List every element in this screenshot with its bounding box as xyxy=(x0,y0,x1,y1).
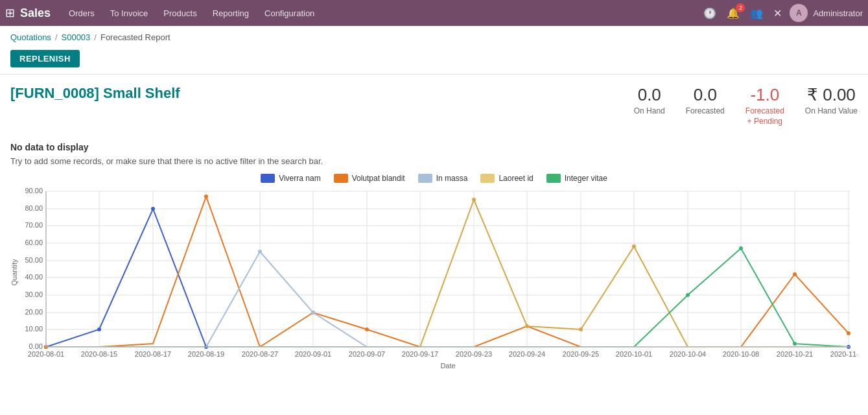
svg-text:2020-09-17: 2020-09-17 xyxy=(402,350,438,358)
on-hand-value-label: On Hand Value xyxy=(805,106,858,115)
top-navigation: ⊞ Sales Orders To Invoice Products Repor… xyxy=(0,0,868,26)
users-icon[interactable]: 👥 xyxy=(747,7,766,19)
nav-to-invoice[interactable]: To Invoice xyxy=(102,0,156,26)
apps-grid-icon[interactable]: ⊞ xyxy=(5,6,15,20)
breadcrumb-s00003[interactable]: S00003 xyxy=(62,32,91,42)
svg-text:2020-08-19: 2020-08-19 xyxy=(188,350,224,358)
line-integer xyxy=(46,248,849,347)
nav-reporting[interactable]: Reporting xyxy=(205,0,257,26)
on-hand-money-value: ₹ 0.00 xyxy=(807,85,856,105)
product-header: [FURN_0008] Small Shelf 0.0 On Hand 0.0 … xyxy=(0,75,868,132)
svg-text:Quantity: Quantity xyxy=(10,259,18,285)
nav-products[interactable]: Products xyxy=(156,0,204,26)
main-menu: Orders To Invoice Products Reporting Con… xyxy=(61,0,322,26)
product-title: [FURN_0008] Small Shelf xyxy=(10,85,634,102)
avatar[interactable]: A xyxy=(790,4,808,22)
forecasted-stat: 0.0 Forecasted xyxy=(686,85,725,115)
svg-text:2020-10-04: 2020-10-04 xyxy=(670,350,706,358)
dot-laoreet-2 xyxy=(525,324,529,328)
svg-text:20.00: 20.00 xyxy=(25,308,43,316)
on-hand-label: On Hand xyxy=(634,106,665,115)
stats-area: 0.0 On Hand 0.0 Forecasted -1.0 Forecast… xyxy=(634,85,858,126)
svg-text:2020-10-21: 2020-10-21 xyxy=(777,350,813,358)
legend-viverra: Viverra nam xyxy=(261,174,320,183)
dot-in-massa-2 xyxy=(311,311,315,314)
svg-text:2020-09-07: 2020-09-07 xyxy=(349,350,385,358)
legend-integer-color xyxy=(546,174,561,183)
admin-label: Administrator xyxy=(813,8,863,18)
dot-laoreet-1 xyxy=(472,198,476,202)
svg-text:2020-08-01: 2020-08-01 xyxy=(28,350,64,358)
notifications-icon[interactable]: 🔔 2 xyxy=(724,7,742,19)
forecasted-label: Forecasted xyxy=(686,106,725,115)
svg-text:2020-08-27: 2020-08-27 xyxy=(242,350,278,358)
breadcrumb-sep-2: / xyxy=(94,32,97,42)
svg-text:2020-09-01: 2020-09-01 xyxy=(295,350,331,358)
dot-volutpat-6 xyxy=(847,331,850,335)
forecasted-value: 0.0 xyxy=(694,85,717,105)
svg-text:2020-10-08: 2020-10-08 xyxy=(723,350,759,358)
svg-text:2020-09-24: 2020-09-24 xyxy=(509,350,545,358)
svg-text:2020-08-17: 2020-08-17 xyxy=(135,350,171,358)
legend-laoreet: Laoreet id xyxy=(480,174,533,183)
forecasted-pending-value: -1.0 xyxy=(750,85,779,105)
legend-volutpat-label: Volutpat blandit xyxy=(352,174,405,183)
svg-text:60.00: 60.00 xyxy=(25,239,43,246)
breadcrumb-current: Forecasted Report xyxy=(100,32,170,42)
dot-in-massa-1 xyxy=(258,250,262,254)
breadcrumb-quotations[interactable]: Quotations xyxy=(10,32,51,42)
legend-laoreet-label: Laoreet id xyxy=(499,174,533,183)
svg-text:Date: Date xyxy=(440,362,455,370)
no-data-area: No data to display Try to add some recor… xyxy=(0,132,868,169)
line-laoreet xyxy=(46,200,849,347)
dot-integer-3 xyxy=(793,342,797,346)
dot-volutpat-2 xyxy=(204,195,208,198)
on-hand-value: 0.0 xyxy=(638,85,661,105)
svg-text:2020-08-15: 2020-08-15 xyxy=(81,350,117,358)
svg-text:10.00: 10.00 xyxy=(25,325,43,333)
nav-right-area: 🕐 🔔 2 👥 ✕ A Administrator xyxy=(701,4,863,22)
legend-volutpat: Volutpat blandit xyxy=(334,174,405,183)
chart-svg-container: 0.00 10.00 20.00 30.00 40.00 50.00 60.00… xyxy=(10,188,858,376)
svg-text:0.00: 0.00 xyxy=(29,342,43,350)
forecasted-pending-label: Forecasted+ Pending xyxy=(745,106,784,126)
on-hand-stat: 0.0 On Hand xyxy=(634,85,665,115)
clock-icon[interactable]: 🕐 xyxy=(701,7,719,19)
svg-text:40.00: 40.00 xyxy=(25,273,43,281)
chart-wrapper: Viverra nam Volutpat blandit In massa La… xyxy=(0,169,868,376)
svg-text:70.00: 70.00 xyxy=(25,221,43,229)
dot-integer-2 xyxy=(739,246,743,250)
replenish-button[interactable]: REPLENISH xyxy=(10,50,80,67)
nav-configuration[interactable]: Configuration xyxy=(257,0,322,26)
chart-legend: Viverra nam Volutpat blandit In massa La… xyxy=(10,174,858,183)
legend-integer-label: Integer vitae xyxy=(565,174,607,183)
legend-in-massa: In massa xyxy=(418,174,468,183)
dot-viverra-3 xyxy=(151,207,155,211)
no-data-title: No data to display xyxy=(10,142,858,152)
dot-integer-1 xyxy=(686,293,690,297)
nav-orders[interactable]: Orders xyxy=(61,0,102,26)
dot-laoreet-3 xyxy=(579,327,583,331)
svg-text:2020-11-10: 2020-11-10 xyxy=(830,350,858,358)
close-icon[interactable]: ✕ xyxy=(771,7,784,19)
action-bar: REPLENISH xyxy=(0,46,868,75)
legend-viverra-label: Viverra nam xyxy=(279,174,320,183)
svg-text:90.00: 90.00 xyxy=(25,188,43,195)
legend-in-massa-color xyxy=(418,174,432,183)
svg-text:50.00: 50.00 xyxy=(25,256,43,264)
svg-text:2020-10-01: 2020-10-01 xyxy=(616,350,652,358)
line-in-massa xyxy=(46,252,849,347)
dot-volutpat-4 xyxy=(365,327,369,331)
dot-volutpat-5 xyxy=(793,272,797,276)
no-data-hint: Try to add some records, or make sure th… xyxy=(10,156,858,166)
app-brand[interactable]: Sales xyxy=(20,6,51,20)
legend-integer: Integer vitae xyxy=(546,174,607,183)
on-hand-value-stat: ₹ 0.00 On Hand Value xyxy=(805,85,858,115)
dot-viverra-2 xyxy=(97,327,101,331)
svg-text:30.00: 30.00 xyxy=(25,290,43,298)
notification-badge: 2 xyxy=(736,3,745,12)
legend-viverra-color xyxy=(261,174,275,183)
dot-laoreet-4 xyxy=(632,244,636,248)
legend-volutpat-color xyxy=(334,174,348,183)
svg-text:2020-09-23: 2020-09-23 xyxy=(456,350,492,358)
